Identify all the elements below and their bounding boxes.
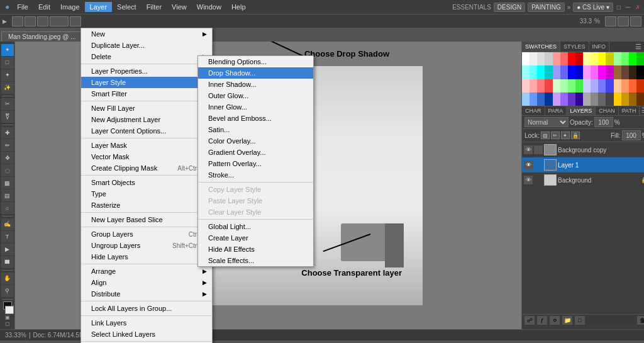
- menu-item-slice[interactable]: New Layer Based Slice: [81, 214, 212, 225]
- tool-path[interactable]: ▶: [1, 244, 14, 256]
- layer-1[interactable]: 👁 Layer 1: [522, 157, 644, 172]
- menu-item-layer-mask[interactable]: Layer Mask▶: [81, 140, 212, 151]
- tool-erase[interactable]: ▩: [1, 177, 14, 189]
- blend-mode-select[interactable]: Normal: [525, 117, 569, 127]
- lock-all-icon[interactable]: 🔒: [571, 132, 580, 139]
- menu-item-group[interactable]: Group LayersCtrl+G: [81, 228, 212, 240]
- style-copy[interactable]: Copy Layer Style: [198, 184, 313, 195]
- style-drop-shadow[interactable]: Drop Shadow...: [198, 67, 313, 79]
- tool-stamp[interactable]: ❖: [1, 152, 14, 164]
- menu-item-vector-mask[interactable]: Vector Mask▶: [81, 151, 212, 162]
- menu-filter[interactable]: Filter: [142, 2, 167, 12]
- menu-item-ungroup[interactable]: Ungroup LayersShift+Ctrl+G: [81, 240, 212, 251]
- tab-layers[interactable]: LAYERS: [567, 106, 596, 115]
- tool-wand[interactable]: ✨: [1, 82, 14, 94]
- menu-item-link[interactable]: Link Layers: [81, 317, 212, 329]
- quick-mask[interactable]: ▣: [5, 315, 10, 320]
- image-tab[interactable]: Man Standing.jpeg @ ...: [1, 31, 82, 42]
- menu-item-props[interactable]: Layer Properties...: [81, 65, 212, 77]
- tool-brush[interactable]: ✏: [1, 139, 14, 151]
- panel-menu-btn[interactable]: ☰: [633, 43, 644, 51]
- tool-history[interactable]: ◌: [1, 164, 14, 176]
- style-outer-glow[interactable]: Outer Glow...: [198, 90, 313, 101]
- tab-para[interactable]: PARA: [545, 106, 567, 115]
- menu-image[interactable]: Image: [55, 2, 85, 12]
- menu-item-delete[interactable]: Delete▶: [81, 51, 212, 62]
- style-inner-shadow[interactable]: Inner Shadow...: [198, 79, 313, 90]
- background-color[interactable]: [5, 306, 14, 314]
- tool-eyedrop[interactable]: ⚧: [1, 111, 14, 123]
- menu-item-smart-obj[interactable]: Smart Objects▶: [81, 177, 212, 188]
- style-stroke[interactable]: Stroke...: [198, 169, 313, 181]
- screen-mode[interactable]: ▢: [5, 321, 10, 327]
- style-create-layer[interactable]: Create Layer: [198, 232, 313, 244]
- style-satin[interactable]: Satin...: [198, 124, 313, 135]
- eye-icon-bg[interactable]: 👁: [524, 176, 533, 184]
- tab-styles[interactable]: STYLES: [560, 42, 589, 52]
- menu-window[interactable]: Window: [192, 2, 226, 12]
- add-mask-btn[interactable]: ⭘: [550, 316, 560, 325]
- tool-shape[interactable]: ⯀: [1, 256, 14, 268]
- delete-layer-btn[interactable]: 🗑: [637, 316, 644, 325]
- essentials-label[interactable]: ESSENTIALS: [452, 4, 491, 11]
- ps-logo[interactable]: ●: [3, 3, 12, 11]
- painting-btn[interactable]: PAINTING: [528, 3, 564, 12]
- layer-background[interactable]: 👁 Background 🔒: [522, 172, 644, 188]
- layers-panel-menu[interactable]: ☰: [640, 106, 644, 115]
- lock-trans-icon[interactable]: ▧: [541, 132, 550, 139]
- menu-item-dup[interactable]: Duplicate Layer...: [81, 40, 212, 51]
- style-gradient-overlay[interactable]: Gradient Overlay...: [198, 147, 313, 158]
- tool-marquee[interactable]: □: [1, 57, 14, 69]
- menu-item-lock-group[interactable]: Lock All Layers in Group...: [81, 303, 212, 314]
- style-paste[interactable]: Paste Layer Style: [198, 195, 313, 206]
- style-blending[interactable]: Blending Options...: [198, 56, 313, 67]
- menu-item-hide[interactable]: Hide Layers: [81, 251, 212, 262]
- eye-icon-bg-copy[interactable]: 👁: [524, 145, 533, 154]
- menu-item-new[interactable]: New▶: [81, 28, 212, 40]
- cs-live-btn[interactable]: ● CS Live ▾: [573, 3, 613, 12]
- link-layers-btn[interactable]: ☍: [525, 316, 535, 325]
- menu-item-layer-style[interactable]: Layer Style▶: [81, 77, 212, 88]
- style-pattern-overlay[interactable]: Pattern Overlay...: [198, 158, 313, 169]
- tab-chan[interactable]: CHAN: [596, 106, 619, 115]
- tab-char[interactable]: CHAR: [522, 106, 545, 115]
- menu-file[interactable]: File: [12, 2, 33, 12]
- style-color-overlay[interactable]: Color Overlay...: [198, 135, 313, 147]
- tool-hand[interactable]: ✋: [1, 273, 14, 284]
- menu-item-distribute[interactable]: Distribute▶: [81, 288, 212, 300]
- style-hide-effects[interactable]: Hide All Effects: [198, 244, 313, 255]
- menu-item-type[interactable]: Type▶: [81, 188, 212, 200]
- menu-help[interactable]: Help: [226, 2, 251, 12]
- menu-item-select-linked[interactable]: Select Linked Layers: [81, 329, 212, 340]
- tab-path[interactable]: PATH: [619, 106, 640, 115]
- menu-item-arrange[interactable]: Arrange▶: [81, 266, 212, 277]
- tool-zoom[interactable]: ⚲: [1, 285, 14, 297]
- opacity-input[interactable]: [594, 117, 613, 127]
- chain-icon-bg-copy[interactable]: [534, 145, 543, 154]
- menu-edit[interactable]: Edit: [33, 2, 55, 12]
- menu-view[interactable]: View: [167, 2, 192, 12]
- menu-item-align[interactable]: Align▶: [81, 277, 212, 288]
- tool-pen[interactable]: ✍: [1, 218, 14, 230]
- style-inner-glow[interactable]: Inner Glow...: [198, 101, 313, 113]
- style-global-light[interactable]: Global Light...: [198, 221, 313, 232]
- lock-move-icon[interactable]: ✦: [561, 132, 570, 139]
- new-group-btn[interactable]: 📁: [562, 316, 572, 325]
- menu-item-rasterize[interactable]: Rasterize▶: [81, 200, 212, 211]
- design-btn[interactable]: DESIGN: [494, 3, 525, 12]
- layer-background-copy[interactable]: 👁 Background copy: [522, 142, 644, 157]
- tool-dodge[interactable]: ○: [1, 202, 14, 214]
- tool-gradient[interactable]: ▤: [1, 189, 14, 201]
- style-clear[interactable]: Clear Layer Style: [198, 206, 313, 218]
- menu-item-content-opt[interactable]: Layer Content Options...: [81, 125, 212, 137]
- tool-heal[interactable]: ✚: [1, 127, 14, 139]
- menu-select[interactable]: Select: [112, 2, 142, 12]
- eye-icon-layer1[interactable]: 👁: [524, 160, 533, 169]
- tab-info[interactable]: INFO: [589, 42, 610, 52]
- tool-move[interactable]: ✦: [1, 44, 14, 56]
- add-style-btn[interactable]: ƒ: [537, 316, 547, 325]
- menu-item-clip-mask[interactable]: Create Clipping MaskAlt+Ctrl+G: [81, 162, 212, 174]
- style-scale-effects[interactable]: Scale Effects...: [198, 255, 313, 266]
- menu-item-fill-layer[interactable]: New Fill Layer▶: [81, 103, 212, 114]
- tool-lasso[interactable]: ✦: [1, 69, 14, 81]
